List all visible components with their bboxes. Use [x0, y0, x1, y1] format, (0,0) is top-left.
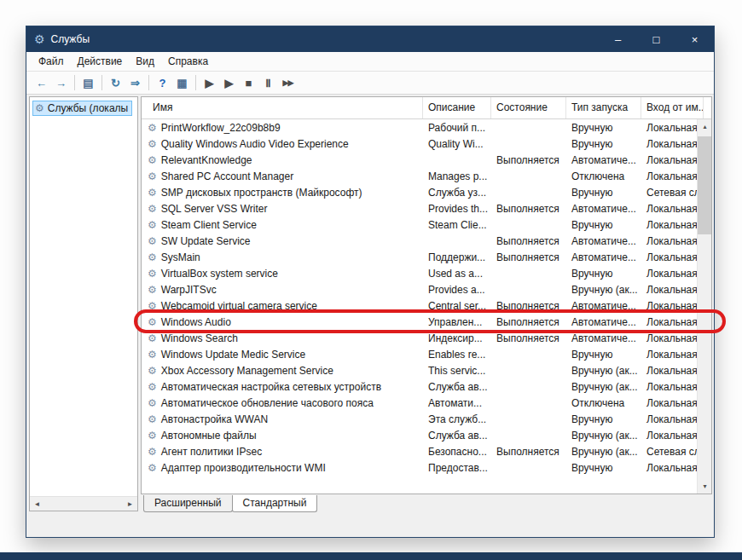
- menu-view[interactable]: Вид: [129, 53, 161, 70]
- service-description: Служба ав...: [423, 381, 491, 393]
- table-row[interactable]: ⚙VirtualBox system serviceUsed as a...Вр…: [142, 265, 697, 281]
- resume-service-icon[interactable]: ▶: [219, 73, 239, 92]
- stop-service-icon[interactable]: ■: [239, 73, 258, 92]
- service-name-cell: ⚙Автономные файлы: [142, 430, 423, 442]
- column-header-2[interactable]: Состояние: [491, 97, 566, 118]
- table-row[interactable]: ⚙SW Update ServiceВыполняетсяАвтоматиче.…: [142, 233, 697, 249]
- service-name-cell: ⚙Xbox Accessory Management Service: [142, 365, 423, 377]
- forward-icon[interactable]: →: [51, 73, 71, 92]
- service-logon-as: Локальная: [641, 154, 697, 166]
- table-row[interactable]: ⚙Windows Update Medic ServiceEnables re.…: [142, 346, 697, 362]
- restart-service-icon[interactable]: ▶▶: [278, 73, 298, 92]
- table-row[interactable]: ⚙Windows SearchИндексир...ВыполняетсяАвт…: [142, 330, 697, 346]
- column-header-1[interactable]: Описание: [423, 97, 491, 118]
- scroll-right-arrow-icon[interactable]: ►: [123, 497, 137, 511]
- service-startup-type: Вручную: [566, 187, 641, 199]
- service-name: SQL Server VSS Writer: [161, 203, 268, 215]
- service-name: Xbox Accessory Management Service: [161, 365, 333, 377]
- table-row[interactable]: ⚙Автонастройка WWANЭта служб...ВручнуюЛо…: [142, 411, 697, 427]
- service-status: Выполняется: [491, 316, 566, 328]
- table-row[interactable]: ⚙Агент политики IPsecБезопасно...Выполня…: [142, 443, 697, 459]
- column-header-3[interactable]: Тип запуска: [566, 97, 641, 118]
- service-description: Provides th...: [423, 203, 491, 215]
- scroll-up-arrow-icon[interactable]: ▴: [698, 119, 712, 134]
- service-startup-type: Вручную: [566, 138, 641, 150]
- scrollbar-thumb[interactable]: [698, 136, 712, 234]
- sidebar-item-services-local[interactable]: ⚙ Службы (локалы: [32, 101, 132, 116]
- service-description: Служба уз...: [423, 187, 491, 199]
- table-row[interactable]: ⚙RelevantKnowledgeВыполняетсяАвтоматиче.…: [142, 152, 697, 168]
- service-name-cell: ⚙Windows Audio: [142, 316, 423, 328]
- properties-icon[interactable]: ▦: [172, 73, 192, 92]
- service-startup-type: Автоматиче...: [566, 332, 641, 344]
- service-logon-as: Локальная: [641, 122, 697, 134]
- refresh-icon[interactable]: ↻: [106, 73, 125, 92]
- title-bar[interactable]: ⚙ Службы – □ ×: [26, 26, 714, 52]
- tab-extended[interactable]: Расширенный: [143, 495, 233, 512]
- scroll-down-arrow-icon[interactable]: ▾: [698, 479, 712, 494]
- service-name: PrintWorkflow_22c09b8b9: [161, 122, 281, 134]
- service-gear-icon: ⚙: [148, 382, 157, 392]
- service-startup-type: Автоматиче...: [566, 316, 641, 328]
- toolbar-separator: [101, 75, 102, 90]
- sidebar-horizontal-scrollbar[interactable]: ◄ ►: [30, 496, 137, 511]
- service-startup-type: Вручную: [566, 122, 641, 134]
- table-row[interactable]: ⚙Автономные файлыСлужба ав...Вручную (ак…: [142, 427, 697, 443]
- service-name-cell: ⚙WarpJITSvc: [142, 284, 423, 296]
- table-row[interactable]: ⚙Steam Client ServiceSteam Clie...Вручну…: [142, 216, 697, 233]
- service-name-cell: ⚙SQL Server VSS Writer: [142, 203, 423, 215]
- show-console-tree-icon[interactable]: ▤: [78, 73, 98, 92]
- table-row[interactable]: ⚙SMP дисковых пространств (Майкрософт)Сл…: [142, 184, 697, 200]
- services-window: ⚙ Службы – □ × Файл Действие Вид Справка…: [26, 26, 715, 538]
- table-row[interactable]: ⚙Webcamoid virtual camera serviceCentral…: [142, 297, 697, 314]
- service-gear-icon: ⚙: [148, 204, 157, 214]
- table-row[interactable]: ⚙PrintWorkflow_22c09b8b9Рабочий п...Вруч…: [142, 119, 697, 136]
- table-row[interactable]: ⚙SQL Server VSS WriterProvides th...Выпо…: [142, 200, 697, 216]
- service-gear-icon: ⚙: [148, 171, 157, 182]
- tab-standard[interactable]: Стандартный: [232, 495, 318, 512]
- export-list-icon[interactable]: ⇒: [125, 73, 145, 92]
- scroll-left-arrow-icon[interactable]: ◄: [30, 497, 44, 511]
- sidebar-item-label: Службы (локалы: [48, 102, 128, 114]
- column-header-0[interactable]: Имя: [142, 97, 423, 118]
- menu-help[interactable]: Справка: [161, 53, 215, 70]
- table-row[interactable]: ⚙WarpJITSvcProvides a...Вручную (ак...Ло…: [142, 281, 697, 297]
- menu-file[interactable]: Файл: [32, 53, 71, 70]
- service-startup-type: Вручную (ак...: [566, 284, 641, 296]
- service-name-cell: ⚙RelevantKnowledge: [142, 154, 423, 166]
- table-row[interactable]: ⚙Windows AudioУправлен...ВыполняетсяАвто…: [142, 314, 697, 330]
- list-vertical-scrollbar[interactable]: ▴ ▾: [697, 119, 711, 494]
- table-row[interactable]: ⚙Автоматическое обновление часового пояс…: [142, 395, 697, 411]
- service-logon-as: Локальная: [641, 413, 697, 425]
- pause-service-icon[interactable]: Ⅱ: [258, 73, 278, 92]
- help-icon[interactable]: ?: [153, 73, 172, 92]
- service-startup-type: Автоматиче...: [566, 251, 641, 263]
- table-row[interactable]: ⚙Адаптер производительности WMIПредостав…: [142, 459, 697, 476]
- service-logon-as: Локальная: [641, 430, 697, 442]
- service-logon-as: Локальная: [641, 381, 697, 393]
- maximize-button[interactable]: □: [637, 26, 675, 52]
- minimize-button[interactable]: –: [599, 26, 637, 52]
- service-description: Used as a...: [423, 268, 491, 280]
- service-startup-type: Вручную (ак...: [566, 430, 641, 442]
- table-row[interactable]: ⚙Shared PC Account ManagerManages p...От…: [142, 168, 697, 184]
- back-icon[interactable]: ←: [32, 73, 51, 92]
- column-header-4[interactable]: Вход от им...: [641, 97, 704, 118]
- table-row[interactable]: ⚙Xbox Accessory Management ServiceThis s…: [142, 362, 697, 378]
- close-button[interactable]: ×: [675, 26, 714, 52]
- service-logon-as: Сетевая сл...: [641, 187, 697, 199]
- table-row[interactable]: ⚙SysMainПоддержи...ВыполняетсяАвтоматиче…: [142, 249, 697, 265]
- table-row[interactable]: ⚙Quality Windows Audio Video ExperienceQ…: [142, 136, 697, 152]
- start-service-icon[interactable]: ▶: [200, 73, 219, 92]
- toolbar-separator: [148, 75, 149, 90]
- service-name-cell: ⚙Windows Update Medic Service: [142, 349, 423, 361]
- service-name: Автонастройка WWAN: [161, 413, 268, 425]
- service-description: Безопасно...: [423, 446, 491, 458]
- service-gear-icon: ⚙: [148, 447, 157, 457]
- table-row[interactable]: ⚙Автоматическая настройка сетевых устрой…: [142, 378, 697, 395]
- service-name: SMP дисковых пространств (Майкрософт): [161, 187, 362, 199]
- service-status: Выполняется: [491, 446, 566, 458]
- menu-action[interactable]: Действие: [71, 53, 130, 70]
- service-gear-icon: ⚙: [148, 188, 157, 198]
- service-gear-icon: ⚙: [148, 463, 157, 473]
